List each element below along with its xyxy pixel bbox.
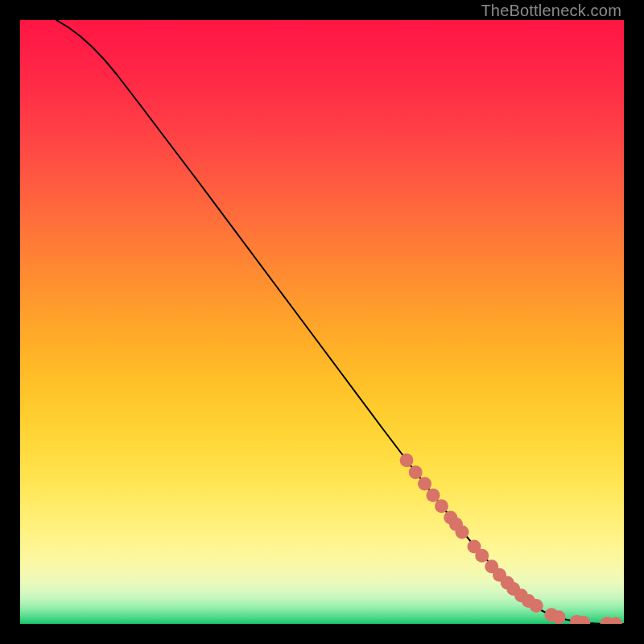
watermark-label: TheBottleneck.com xyxy=(481,2,621,20)
marker-dot xyxy=(530,599,543,613)
marker-dot xyxy=(456,526,469,539)
marker-dot xyxy=(435,499,448,513)
marker-dot xyxy=(475,549,489,563)
plot-area xyxy=(20,20,624,624)
marker-dot xyxy=(418,477,431,491)
marker-dot xyxy=(400,453,414,467)
plot-overlay xyxy=(20,20,624,624)
curve-line xyxy=(56,20,624,624)
marker-dot xyxy=(409,465,423,479)
marker-group xyxy=(400,453,623,624)
marker-dot xyxy=(427,489,440,502)
chart-frame: TheBottleneck.com xyxy=(0,0,644,644)
marker-dot xyxy=(552,610,566,624)
